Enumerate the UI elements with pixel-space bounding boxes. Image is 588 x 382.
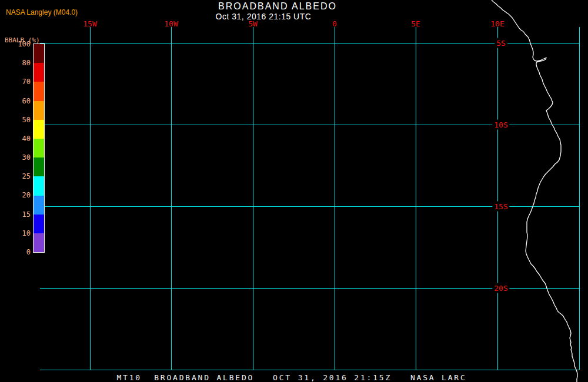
colorbar [33,43,45,253]
colorbar-segment [34,44,44,63]
grid-lines [40,27,579,370]
colorbar-segment [34,101,44,120]
colorbar-segment [34,233,44,252]
footer-caption: MT10 BROADBAND ALBEDO OCT 31, 2016 21:15… [116,373,466,382]
colorbar-tick-label: 0 [26,248,31,256]
colorbar-segment [34,196,44,215]
lon-label: 0 [332,19,337,28]
colorbar-segment [34,120,44,139]
timestamp-subtitle: Oct 31, 2016 21:15 UTC [216,12,312,21]
colorbar-segment [34,158,44,176]
colorbar-segment [34,63,44,82]
colorbar-tick-label: 60 [22,97,31,105]
colorbar-tick-label: 15 [22,210,31,219]
lat-label: 10S [492,120,509,130]
colorbar-segment [34,176,44,195]
lon-label: 10E [490,19,504,28]
colorbar-tick-label: 25 [22,172,31,180]
page-title: BROADBAND ALBEDO [218,1,337,12]
colorbar-title: BBALB (%) [5,36,40,44]
credit-label: NASA Langley (M04.0) [6,8,78,16]
colorbar-segment [34,215,44,233]
map-plot [0,0,588,382]
colorbar-segment [34,82,44,100]
lat-label: 5S [495,38,507,48]
lat-label: 20S [492,283,509,293]
albedo-map-screen: NASA Langley (M04.0) BROADBAND ALBEDO Oc… [0,0,588,382]
colorbar-tick-label: 10 [22,229,31,237]
colorbar-tick-label: 80 [22,59,31,67]
colorbar-tick-label: 70 [22,78,31,86]
colorbar-tick-label: 20 [22,191,31,199]
lon-label: 5E [411,19,420,28]
colorbar-tick-label: 40 [22,135,31,143]
coastline [492,0,577,382]
lon-label: 15W [83,19,96,28]
colorbar-segment [34,139,44,158]
colorbar-tick-label: 30 [22,153,31,162]
lon-label: 10W [164,19,178,28]
colorbar-tick-label: 50 [22,116,31,124]
lat-label: 15S [492,202,509,212]
